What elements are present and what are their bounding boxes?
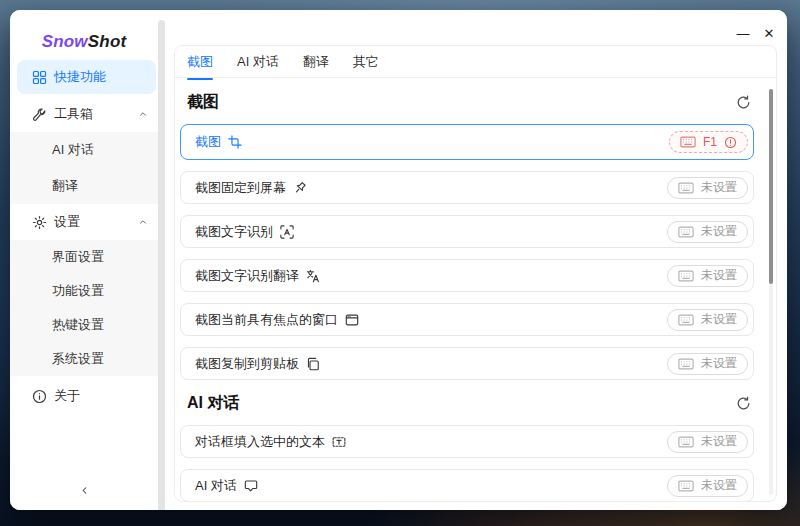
sidebar-item-shortcuts[interactable]: 快捷功能 xyxy=(17,60,156,94)
shortcut-value: 未设置 xyxy=(701,433,737,450)
copy-icon xyxy=(306,357,320,371)
shortcut-tag-unset[interactable]: 未设置 xyxy=(667,221,748,243)
hotkey-row-fill-selected-text[interactable]: 对话框填入选中的文本 未设置 xyxy=(180,425,754,458)
keyboard-icon xyxy=(678,358,694,370)
translate-icon xyxy=(306,269,320,283)
sidebar-item-label: 关于 xyxy=(54,387,80,405)
sidebar-item-hotkey-settings[interactable]: 热键设置 xyxy=(10,308,158,342)
hotkey-row-screenshot[interactable]: 截图 F1 xyxy=(180,124,754,160)
sidebar-item-function-settings[interactable]: 功能设置 xyxy=(10,274,158,308)
section-title: AI 对话 xyxy=(187,393,239,414)
shortcut-tag-unset[interactable]: 未设置 xyxy=(667,309,748,331)
pin-icon xyxy=(293,181,307,195)
appstore-icon xyxy=(32,70,47,85)
sidebar-item-label: 系统设置 xyxy=(52,350,104,368)
minimize-button[interactable]: — xyxy=(733,23,753,43)
hotkey-row-focused-window[interactable]: 截图当前具有焦点的窗口 未设置 xyxy=(180,303,754,336)
crop-icon xyxy=(228,135,242,149)
shortcut-tag-warning[interactable]: F1 xyxy=(669,131,748,153)
sidebar-item-settings[interactable]: 设置 xyxy=(10,204,158,240)
hotkey-list: 截图 截图 F1 xyxy=(175,79,776,501)
sidebar-item-label: 界面设置 xyxy=(52,248,104,266)
window-controls: — ✕ xyxy=(733,23,779,43)
chevron-up-icon xyxy=(138,217,148,227)
chat-icon xyxy=(244,479,258,493)
shortcut-tag-unset[interactable]: 未设置 xyxy=(667,265,748,287)
sidebar-item-label: 功能设置 xyxy=(52,282,104,300)
sidebar-item-label: 快捷功能 xyxy=(54,68,106,86)
hotkey-row-ai-chat[interactable]: AI 对话 未设置 xyxy=(180,469,754,501)
ocr-icon xyxy=(280,225,294,239)
hotkey-row-copy-clipboard[interactable]: 截图复制到剪贴板 未设置 xyxy=(180,347,754,380)
settings-submenu: 界面设置 功能设置 热键设置 系统设置 xyxy=(10,240,158,376)
sidebar-menu: 快捷功能 工具箱 AI 对话 翻译 xyxy=(10,60,158,414)
window-icon xyxy=(345,313,359,327)
section-title: 截图 xyxy=(187,92,219,113)
keyboard-icon xyxy=(678,270,694,282)
sidebar-item-system-settings[interactable]: 系统设置 xyxy=(10,342,158,376)
hotkey-row-ocr-translate[interactable]: 截图文字识别翻译 未设置 xyxy=(180,259,754,292)
sidebar-item-label: AI 对话 xyxy=(52,141,94,159)
reset-section-button[interactable] xyxy=(734,93,752,111)
text-select-icon xyxy=(332,435,346,449)
sidebar-item-label: 热键设置 xyxy=(52,316,104,334)
hotkey-label: 截图复制到剪贴板 xyxy=(195,355,299,373)
shortcut-tag-unset[interactable]: 未设置 xyxy=(667,431,748,453)
gear-icon xyxy=(32,215,47,230)
tab-translate[interactable]: 翻译 xyxy=(303,53,329,71)
sidebar-item-translate[interactable]: 翻译 xyxy=(10,168,158,204)
sidebar: SnowShot 快捷功能 工具箱 AI 对话 xyxy=(10,10,158,510)
hotkey-label: 截图当前具有焦点的窗口 xyxy=(195,311,338,329)
keyboard-icon xyxy=(678,226,694,238)
tab-bar: 截图 AI 对话 翻译 其它 xyxy=(175,46,776,78)
info-circle-icon xyxy=(32,389,47,404)
sidebar-splitter-handle[interactable] xyxy=(158,20,165,510)
tool-icon xyxy=(32,107,47,122)
shortcut-tag-unset[interactable]: 未设置 xyxy=(667,177,748,199)
logo-part-shot: Shot xyxy=(88,32,127,51)
sidebar-item-ai-chat[interactable]: AI 对话 xyxy=(10,132,158,168)
hotkey-label: AI 对话 xyxy=(195,477,237,495)
sidebar-item-interface-settings[interactable]: 界面设置 xyxy=(10,240,158,274)
tab-other[interactable]: 其它 xyxy=(353,53,379,71)
sidebar-item-label: 翻译 xyxy=(52,177,78,195)
app-logo: SnowShot xyxy=(10,32,158,54)
main-panel: — ✕ 截图 AI 对话 翻译 其它 截图 xyxy=(165,10,787,510)
sidebar-item-toolbox[interactable]: 工具箱 xyxy=(10,96,158,132)
sidebar-item-label: 设置 xyxy=(54,213,80,231)
close-button[interactable]: ✕ xyxy=(759,23,779,43)
keyboard-icon xyxy=(678,480,694,492)
keyboard-icon xyxy=(678,436,694,448)
keyboard-icon xyxy=(678,314,694,326)
scrollbar-thumb[interactable] xyxy=(769,89,773,284)
hotkey-label: 对话框填入选中的文本 xyxy=(195,433,325,451)
chevron-up-icon xyxy=(138,109,148,119)
shortcut-tag-unset[interactable]: 未设置 xyxy=(667,475,748,497)
keyboard-icon xyxy=(680,136,696,148)
section-header-ai-chat: AI 对话 xyxy=(180,392,754,414)
sidebar-item-about[interactable]: 关于 xyxy=(10,378,158,414)
desktop: { "brand": { "part1": "Snow", "part2": "… xyxy=(0,0,800,526)
exclamation-circle-icon xyxy=(724,136,737,149)
hotkey-row-pin-to-screen[interactable]: 截图固定到屏幕 未设置 xyxy=(180,171,754,204)
tab-screenshot[interactable]: 截图 xyxy=(187,53,213,71)
hotkey-label: 截图固定到屏幕 xyxy=(195,179,286,197)
hotkey-label: 截图文字识别翻译 xyxy=(195,267,299,285)
shortcut-value: 未设置 xyxy=(701,477,737,494)
keyboard-icon xyxy=(678,182,694,194)
shortcut-value: 未设置 xyxy=(701,355,737,372)
reset-section-button[interactable] xyxy=(734,394,752,412)
shortcut-value: 未设置 xyxy=(701,267,737,284)
hotkey-label: 截图文字识别 xyxy=(195,223,273,241)
sidebar-collapse-button[interactable] xyxy=(71,478,97,502)
hotkey-row-ocr[interactable]: 截图文字识别 未设置 xyxy=(180,215,754,248)
tab-ai-chat[interactable]: AI 对话 xyxy=(237,53,279,71)
shortcut-tag-unset[interactable]: 未设置 xyxy=(667,353,748,375)
app-window: SnowShot 快捷功能 工具箱 AI 对话 xyxy=(10,10,787,510)
content-card: 截图 AI 对话 翻译 其它 截图 截图 xyxy=(174,45,777,502)
hotkey-label: 截图 xyxy=(195,133,221,151)
section-header-screenshot: 截图 xyxy=(180,91,754,113)
shortcut-value: 未设置 xyxy=(701,311,737,328)
chevron-left-icon xyxy=(79,485,90,496)
sync-icon xyxy=(736,396,751,411)
